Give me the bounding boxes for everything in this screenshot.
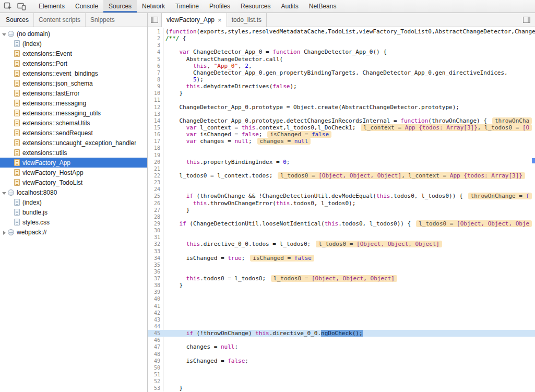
tree-item-no-domain[interactable]: (no domain): [0, 29, 147, 39]
inspect-element-icon[interactable]: [4, 2, 12, 10]
code-line[interactable]: 7 ChangeDetector_App_0.gen_propertyBindi…: [148, 69, 535, 76]
code-line[interactable]: 19: [148, 152, 535, 159]
code-line-content[interactable]: isChanged = true;isChanged = false: [164, 255, 535, 262]
line-number[interactable]: 47: [148, 343, 164, 350]
code-line-content[interactable]: [164, 227, 535, 234]
line-number[interactable]: 25: [148, 193, 164, 199]
line-number[interactable]: 40: [148, 295, 164, 302]
code-line-content[interactable]: 5);: [164, 76, 535, 83]
code-line[interactable]: 3: [148, 42, 535, 49]
code-line-content[interactable]: isChanged = false;: [164, 358, 535, 364]
code-line[interactable]: 52: [148, 378, 535, 385]
code-line[interactable]: 44: [148, 323, 535, 330]
main-tab-elements[interactable]: Elements: [33, 0, 70, 13]
code-line[interactable]: 1(function(exports,styles,resolvedMetada…: [148, 28, 535, 35]
code-line-content[interactable]: [164, 213, 535, 220]
code-line[interactable]: 22 l_todos0 = l_context.todos;l_todos0 =…: [148, 172, 535, 179]
line-number[interactable]: 12: [148, 104, 164, 111]
line-number[interactable]: 20: [148, 159, 164, 165]
line-number[interactable]: 43: [148, 316, 164, 323]
code-line[interactable]: 28: [148, 213, 535, 220]
disclosure-triangle-icon[interactable]: [2, 189, 7, 196]
code-line-content[interactable]: AbstractChangeDetector.call(: [164, 56, 535, 63]
tree-item-extensions-uncaught-exception-handler[interactable]: extensions::uncaught_exception_handler: [0, 138, 147, 148]
code-line[interactable]: 25 if (throwOnChange && !ChangeDetection…: [148, 193, 535, 199]
code-line-content[interactable]: this.propertyBindingIndex = 0;: [164, 159, 535, 165]
code-line-content[interactable]: [164, 316, 535, 323]
line-number[interactable]: 49: [148, 358, 164, 364]
line-number[interactable]: 5: [148, 56, 164, 63]
code-line[interactable]: 38 }: [148, 282, 535, 289]
code-line[interactable]: 15 var l_context = this.context,l_todos0…: [148, 124, 535, 131]
tree-item-viewfactory-hostapp[interactable]: viewFactory_HostApp: [0, 168, 147, 177]
code-line-content[interactable]: [164, 97, 535, 103]
line-number[interactable]: 8: [148, 76, 164, 83]
line-number[interactable]: 4: [148, 49, 164, 55]
main-tab-profiles[interactable]: Profiles: [204, 0, 235, 13]
code-line[interactable]: 31: [148, 234, 535, 241]
code-line[interactable]: 47 changes = null;: [148, 343, 535, 350]
sub-tab-sources[interactable]: Sources: [1, 13, 33, 27]
code-line-content[interactable]: if (throwOnChange && !ChangeDetectionUti…: [164, 193, 535, 199]
tree-item-styles-css[interactable]: styles.css: [0, 217, 147, 227]
code-line-content[interactable]: if (!throwOnChange) this.directive_0_0.n…: [164, 330, 535, 337]
line-number[interactable]: 46: [148, 337, 164, 343]
tree-item-extensions-json-schema[interactable]: extensions::json_schema: [0, 78, 147, 88]
line-number[interactable]: 27: [148, 207, 164, 213]
code-line[interactable]: 6 this, "App_0", 2,: [148, 63, 535, 69]
tree-item-extensions-messaging[interactable]: extensions::messaging: [0, 98, 147, 108]
code-line[interactable]: 33: [148, 248, 535, 255]
code-line[interactable]: 29 if (ChangeDetectionUtil.looseNotIdent…: [148, 220, 535, 227]
line-number[interactable]: 26: [148, 200, 164, 207]
device-mode-icon[interactable]: [17, 3, 26, 10]
close-icon[interactable]: ×: [218, 17, 222, 23]
line-number[interactable]: 41: [148, 303, 164, 310]
line-number[interactable]: 17: [148, 138, 164, 145]
code-line-content[interactable]: this.dehydrateDirectives(false);: [164, 83, 535, 90]
code-line-content[interactable]: [164, 323, 535, 330]
code-line-content[interactable]: changes = null;: [164, 343, 535, 350]
line-number[interactable]: 1: [148, 28, 164, 35]
code-line[interactable]: 40: [148, 295, 535, 302]
toggle-drawer-icon[interactable]: [520, 13, 535, 27]
code-line[interactable]: 48: [148, 351, 535, 358]
line-number[interactable]: 7: [148, 69, 164, 76]
code-line-content[interactable]: [164, 179, 535, 186]
code-line[interactable]: 10 }: [148, 90, 535, 97]
code-line[interactable]: 42: [148, 310, 535, 316]
sub-tab-content-scripts[interactable]: Content scripts: [33, 13, 85, 27]
code-line-content[interactable]: var ChangeDetector_App_0 = function Chan…: [164, 49, 535, 55]
code-line[interactable]: 50: [148, 364, 535, 371]
code-line[interactable]: 39: [148, 289, 535, 295]
code-line-content[interactable]: var changes = null;changes = null: [164, 138, 535, 145]
tree-item-index[interactable]: (index): [0, 197, 147, 207]
code-line-content[interactable]: (function(exports,styles,resolvedMetadat…: [164, 28, 535, 35]
code-line[interactable]: 27 }: [148, 207, 535, 213]
line-number[interactable]: 30: [148, 227, 164, 234]
code-line[interactable]: 46: [148, 337, 535, 343]
code-line[interactable]: 23: [148, 179, 535, 186]
code-line-content[interactable]: [164, 268, 535, 275]
code-line[interactable]: 18: [148, 145, 535, 151]
code-line-content[interactable]: ChangeDetector_App_0.prototype = Object.…: [164, 104, 535, 111]
code-line[interactable]: 43: [148, 316, 535, 323]
code-line-content[interactable]: this, "App_0", 2,: [164, 63, 535, 69]
code-line[interactable]: 35: [148, 262, 535, 268]
code-line[interactable]: 17 var changes = null;changes = null: [148, 138, 535, 145]
line-number[interactable]: 35: [148, 262, 164, 268]
main-tab-netbeans[interactable]: NetBeans: [304, 0, 342, 13]
tree-item-extensions-event-bindings[interactable]: extensions::event_bindings: [0, 68, 147, 78]
line-number[interactable]: 42: [148, 310, 164, 316]
line-number[interactable]: 14: [148, 117, 164, 124]
line-number[interactable]: 48: [148, 351, 164, 358]
code-line-content[interactable]: }: [164, 207, 535, 213]
code-line[interactable]: 14 ChangeDetector_App_0.prototype.detect…: [148, 117, 535, 124]
line-number[interactable]: 15: [148, 124, 164, 131]
line-number[interactable]: 50: [148, 364, 164, 371]
code-line-content[interactable]: this.throwOnChangeError(this.todos0, l_t…: [164, 200, 535, 207]
line-number[interactable]: 18: [148, 145, 164, 151]
code-line-content[interactable]: }: [164, 282, 535, 289]
line-number[interactable]: 11: [148, 97, 164, 103]
code-line[interactable]: 12 ChangeDetector_App_0.prototype = Obje…: [148, 104, 535, 111]
code-line-content[interactable]: l_todos0 = l_context.todos;l_todos0 = [O…: [164, 172, 535, 179]
